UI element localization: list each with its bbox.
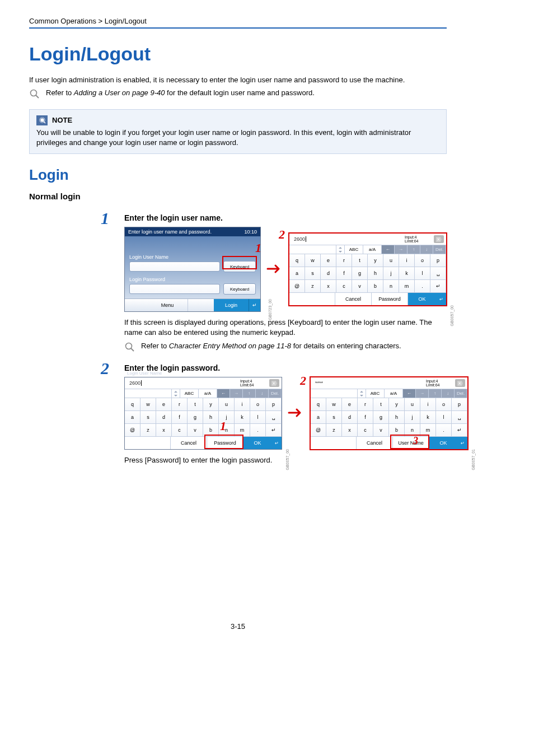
key[interactable]: .: [436, 424, 452, 437]
key[interactable]: z: [140, 424, 156, 437]
kbd-down-icon[interactable]: ↓: [420, 245, 433, 254]
kbd-ok-enter-icon[interactable]: ↵: [436, 293, 446, 305]
key[interactable]: i: [235, 398, 250, 411]
key[interactable]: i: [399, 254, 415, 267]
key[interactable]: y: [368, 254, 383, 267]
kbd-abc-button[interactable]: ABC: [180, 389, 199, 398]
keyboard-button-username[interactable]: Keyboard: [223, 261, 256, 272]
key[interactable]: l: [250, 411, 266, 424]
menu-button[interactable]: Menu: [147, 299, 188, 311]
key[interactable]: h: [389, 411, 405, 424]
keyboard-button-password[interactable]: Keyboard: [223, 283, 256, 295]
key[interactable]: x: [321, 280, 336, 293]
key[interactable]: s: [140, 411, 156, 424]
kbd-username-button[interactable]: User Name: [392, 437, 429, 449]
key[interactable]: q: [125, 398, 140, 411]
kbd-password-button[interactable]: Password: [371, 293, 407, 305]
key[interactable]: c: [336, 280, 352, 293]
kbd-up-icon[interactable]: ↑: [429, 389, 442, 398]
key[interactable]: y: [203, 398, 219, 411]
kbd-forward-icon[interactable]: →: [230, 389, 243, 398]
key[interactable]: z: [326, 424, 342, 437]
key[interactable]: h: [368, 267, 383, 280]
key[interactable]: u: [383, 254, 399, 267]
key[interactable]: g: [188, 411, 203, 424]
key[interactable]: j: [405, 411, 420, 424]
enter-key[interactable]: ↵: [266, 424, 282, 437]
key[interactable]: q: [311, 398, 326, 411]
key[interactable]: p: [430, 254, 446, 267]
kbd-case-button[interactable]: a/A: [199, 389, 217, 398]
key[interactable]: a: [289, 267, 305, 280]
kbd-ok-enter-icon[interactable]: ↵: [457, 437, 467, 449]
key[interactable]: f: [358, 411, 373, 424]
kbd-close-icon[interactable]: [434, 235, 444, 243]
key[interactable]: u: [405, 398, 420, 411]
kbd-del-button[interactable]: Del.: [433, 245, 446, 254]
key[interactable]: w: [305, 254, 321, 267]
enter-key[interactable]: ↵: [452, 424, 467, 437]
space-key[interactable]: ␣: [430, 267, 446, 280]
kbd-abc-button[interactable]: ABC: [345, 245, 363, 254]
key[interactable]: r: [172, 398, 188, 411]
kbd-case-button[interactable]: a/A: [363, 245, 382, 254]
kbd-del-button[interactable]: Del.: [269, 389, 282, 398]
kbd-case-button[interactable]: a/A: [385, 389, 403, 398]
login-username-input[interactable]: [129, 262, 220, 272]
key[interactable]: n: [405, 424, 420, 437]
kbd-ok-enter-icon[interactable]: ↵: [271, 437, 282, 449]
kbd-forward-icon[interactable]: →: [416, 389, 429, 398]
kbd-back-icon[interactable]: ←: [217, 389, 230, 398]
login-button[interactable]: Login: [214, 299, 249, 311]
kbd-ok-button[interactable]: OK: [429, 437, 457, 449]
kbd-close-icon[interactable]: [455, 379, 465, 387]
key[interactable]: t: [352, 254, 368, 267]
key[interactable]: j: [383, 267, 399, 280]
key[interactable]: g: [373, 411, 389, 424]
kbd-cancel-button[interactable]: Cancel: [170, 437, 207, 449]
key[interactable]: o: [436, 398, 452, 411]
space-key[interactable]: ␣: [266, 411, 282, 424]
key[interactable]: i: [420, 398, 436, 411]
key[interactable]: v: [352, 280, 368, 293]
ref-link[interactable]: Adding a User on page 9-40: [74, 88, 165, 97]
space-key[interactable]: ␣: [452, 411, 467, 424]
key[interactable]: p: [266, 398, 282, 411]
kbd-del-button[interactable]: Del.: [455, 389, 467, 398]
key[interactable]: @: [289, 280, 305, 293]
key[interactable]: w: [140, 398, 156, 411]
key[interactable]: @: [311, 424, 326, 437]
kbd-updown-icon[interactable]: [336, 245, 345, 254]
key[interactable]: a: [311, 411, 326, 424]
login-password-input[interactable]: [129, 284, 220, 294]
kbd-down-icon[interactable]: ↓: [442, 389, 455, 398]
key[interactable]: o: [250, 398, 266, 411]
key[interactable]: g: [352, 267, 368, 280]
enter-key[interactable]: ↵: [430, 280, 446, 293]
kbd-up-icon[interactable]: ↑: [407, 245, 420, 254]
kbd-updown-icon[interactable]: [358, 389, 366, 398]
key[interactable]: e: [342, 398, 358, 411]
kbd-password-button[interactable]: Password: [207, 437, 243, 449]
key[interactable]: m: [235, 424, 250, 437]
key[interactable]: v: [373, 424, 389, 437]
key[interactable]: x: [342, 424, 358, 437]
key[interactable]: d: [321, 267, 336, 280]
key[interactable]: o: [415, 254, 430, 267]
key[interactable]: s: [326, 411, 342, 424]
key[interactable]: f: [172, 411, 188, 424]
key[interactable]: t: [373, 398, 389, 411]
key[interactable]: q: [289, 254, 305, 267]
key[interactable]: b: [368, 280, 383, 293]
kbd-down-icon[interactable]: ↓: [256, 389, 269, 398]
kbd-ok-button[interactable]: OK: [243, 437, 271, 449]
key[interactable]: p: [452, 398, 467, 411]
key[interactable]: e: [321, 254, 336, 267]
key[interactable]: d: [156, 411, 172, 424]
key[interactable]: v: [188, 424, 203, 437]
kbd-forward-icon[interactable]: →: [395, 245, 407, 254]
key[interactable]: b: [203, 424, 219, 437]
key[interactable]: e: [156, 398, 172, 411]
key[interactable]: c: [172, 424, 188, 437]
key[interactable]: y: [389, 398, 405, 411]
